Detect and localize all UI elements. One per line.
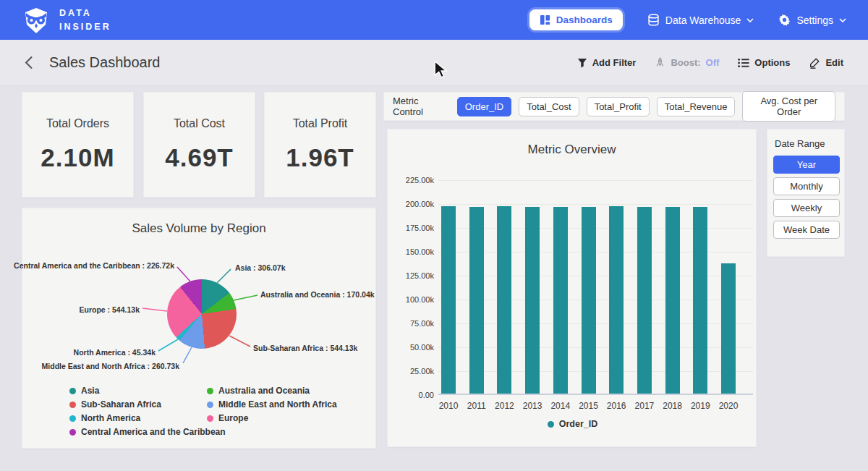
page-header: Sales Dashboard Add Filter Boost: Off Op xyxy=(0,40,868,86)
legend-dot xyxy=(207,415,213,422)
chevron-down-icon xyxy=(839,18,846,22)
metric-chip-total-cost[interactable]: Total_Cost xyxy=(519,97,579,116)
legend-dot xyxy=(548,421,554,428)
bar-2010[interactable] xyxy=(441,206,456,394)
x-tick-label: 2017 xyxy=(629,401,660,411)
x-tick-label: 2015 xyxy=(573,401,605,411)
pie-slice-label: Middle East and North Africa : 260.73k xyxy=(42,362,179,370)
filter-funnel-icon xyxy=(577,58,587,68)
kpi-label: Total Cost xyxy=(174,117,225,130)
legend-item: Central America and the Caribbean xyxy=(69,427,226,437)
date-range-week-date-button[interactable]: Week Date xyxy=(773,221,840,239)
pie-slice-label: Asia : 306.07k xyxy=(235,263,285,272)
database-icon xyxy=(647,14,660,26)
legend-item: Sub-Saharan Africa xyxy=(69,399,226,410)
kpi-label: Total Orders xyxy=(46,117,109,130)
pie-callout-line xyxy=(217,269,231,283)
kpi-card-total-orders: Total Orders 2.10M xyxy=(22,92,134,198)
gear-icon xyxy=(778,14,791,26)
kpi-label: Total Profit xyxy=(293,117,348,130)
y-tick-label: 225.00k xyxy=(391,176,434,184)
x-tick-label: 2016 xyxy=(600,401,632,411)
bar-plot-area xyxy=(438,180,753,395)
x-tick-label: 2013 xyxy=(516,401,548,411)
pie-legend-column: AsiaSub-Saharan AfricaNorth AmericaCentr… xyxy=(69,386,226,437)
pie-callout-line xyxy=(142,308,167,311)
rocket-icon xyxy=(655,57,665,68)
y-tick-label: 100.00k xyxy=(391,295,434,304)
y-tick-label: 0.00 xyxy=(391,391,434,399)
bar-2011[interactable] xyxy=(469,207,484,394)
pie-callout-line xyxy=(177,267,190,281)
x-tick-label: 2011 xyxy=(461,401,493,411)
brand-name: DATA INSIDER xyxy=(59,7,111,33)
y-tick-label: 125.00k xyxy=(391,271,434,280)
bar-2015[interactable] xyxy=(582,207,596,394)
y-tick-label: 75.00k xyxy=(391,319,434,328)
legend-item: Australia and Oceania xyxy=(207,386,337,396)
pie-callout-line xyxy=(183,347,192,363)
legend-item: North America xyxy=(69,413,226,423)
boost-toggle[interactable]: Boost: Off xyxy=(655,57,719,68)
x-tick-label: 2020 xyxy=(712,401,744,411)
legend-dot xyxy=(207,402,213,408)
brand-logo[interactable]: DATA INSIDER xyxy=(22,6,111,35)
legend-dot xyxy=(69,402,76,408)
date-range-monthly-button[interactable]: Monthly xyxy=(773,177,840,195)
y-tick-label: 150.00k xyxy=(391,247,434,256)
kpi-card-total-profit: Total Profit 1.96T xyxy=(264,92,376,198)
back-arrow-icon[interactable] xyxy=(25,56,33,69)
pie-legend-column: Australia and OceaniaMiddle East and Nor… xyxy=(207,386,337,423)
pie-graphic[interactable] xyxy=(167,279,237,349)
x-tick-label: 2012 xyxy=(488,401,520,411)
kpi-value: 2.10M xyxy=(41,143,114,172)
options-list-icon xyxy=(738,58,749,68)
owl-logo-icon xyxy=(22,6,51,35)
pencil-icon xyxy=(809,57,820,69)
settings-menu[interactable]: Settings xyxy=(778,14,846,26)
metric-control-label: Metric Control xyxy=(393,96,447,117)
pie-slice-label: Central America and the Caribbean : 226.… xyxy=(14,261,174,270)
bar-2016[interactable] xyxy=(609,206,624,394)
date-range-label: Date Range xyxy=(775,138,838,149)
bar-2020[interactable] xyxy=(721,263,736,394)
pie-callout-line xyxy=(234,295,258,300)
bar-2012[interactable] xyxy=(497,206,511,394)
data-warehouse-menu[interactable]: Data Warehouse xyxy=(647,14,754,26)
legend-dot xyxy=(207,388,213,394)
date-range-panel: Date Range Year Monthly Weekly Week Date xyxy=(767,129,845,257)
metric-chip-avg-cost-per-order[interactable]: Avg. Cost per Order xyxy=(742,91,835,122)
x-tick-label: 2019 xyxy=(684,401,716,411)
bar-legend: Order_ID xyxy=(388,419,757,429)
dashboards-button[interactable]: Dashboards xyxy=(529,9,623,30)
boost-status: Off xyxy=(706,57,720,68)
metric-chip-order-id[interactable]: Order_ID xyxy=(457,97,511,116)
bar-2018[interactable] xyxy=(665,207,680,394)
metric-chip-total-profit[interactable]: Total_Profit xyxy=(587,97,650,116)
kpi-value: 4.69T xyxy=(165,143,234,172)
top-nav: DATA INSIDER Dashboards Data Warehouse xyxy=(0,0,868,40)
legend-item: Asia xyxy=(69,386,226,396)
bar-2017[interactable] xyxy=(637,207,652,394)
pie-chart: Asia : 306.07kAustralia and Oceania : 17… xyxy=(22,208,377,449)
edit-button[interactable]: Edit xyxy=(809,57,843,69)
metric-chip-total-revenue[interactable]: Total_Revenue xyxy=(657,97,736,116)
x-tick-label: 2018 xyxy=(657,401,689,411)
bar-2019[interactable] xyxy=(693,207,707,394)
legend-dot xyxy=(69,415,76,422)
gridline xyxy=(438,180,753,181)
pie-chart-card: Sales Volume by Region Asia : 306.07kAus… xyxy=(22,208,376,449)
add-filter-button[interactable]: Add Filter xyxy=(577,57,637,68)
y-tick-label: 200.00k xyxy=(391,200,434,208)
date-range-year-button[interactable]: Year xyxy=(773,156,840,174)
bar-2013[interactable] xyxy=(525,207,540,394)
metric-control-bar: Metric Control Order_ID Total_Cost Total… xyxy=(383,92,845,121)
options-button[interactable]: Options xyxy=(738,57,790,68)
legend-item: Middle East and North Africa xyxy=(207,399,337,410)
date-range-weekly-button[interactable]: Weekly xyxy=(773,199,840,217)
pie-slice-label: Australia and Oceania : 170.04k xyxy=(260,290,375,299)
legend-dot xyxy=(69,429,76,436)
legend-item: Order_ID xyxy=(548,419,598,429)
dashboards-grid-icon xyxy=(540,14,550,25)
bar-2014[interactable] xyxy=(553,207,568,394)
